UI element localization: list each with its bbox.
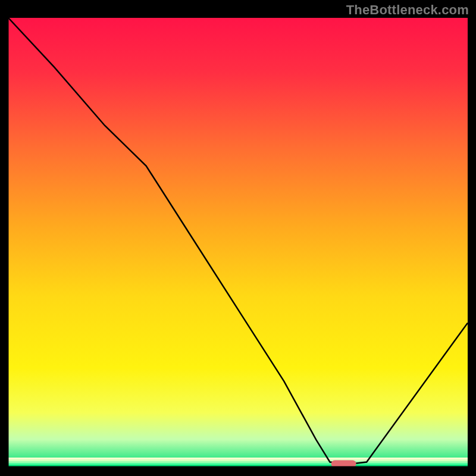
svg-rect-2: [8, 461, 468, 463]
plot-area: [8, 18, 468, 466]
svg-rect-1: [8, 459, 468, 461]
gradient-background: [8, 18, 468, 466]
watermark-label: TheBottleneck.com: [346, 2, 469, 18]
svg-rect-0: [8, 458, 468, 459]
optimum-marker: [331, 461, 356, 467]
chart-svg: [8, 18, 468, 466]
bottom-bands: [8, 458, 468, 466]
chart-container: TheBottleneck.com: [0, 0, 476, 476]
svg-rect-3: [8, 463, 468, 465]
